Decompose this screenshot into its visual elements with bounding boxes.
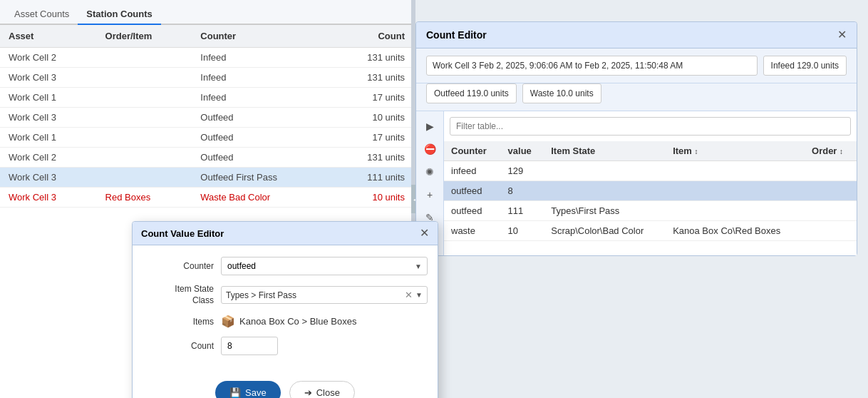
cell-asset: Work Cell 2 [0,148,97,168]
table-row[interactable]: Work Cell 1 Infeed 17 units [0,88,413,108]
table-row[interactable]: Work Cell 3 Outfeed 10 units [0,108,413,128]
count-value-editor-modal: Count Value Editor ✕ Counter outfeed inf… [132,221,438,398]
ce-cell-item-state [544,181,666,201]
close-icon: ➔ [304,387,312,398]
ce-cell-value: 111 [501,201,544,221]
order-sort-icon: ↕ [839,148,843,155]
count-editor-badge-waste: Waste 10.0 units [522,83,601,103]
cell-count: 111 units [332,168,413,188]
cell-count: 10 units [332,108,413,128]
cell-counter: Outfeed [192,148,331,168]
cell-count: 131 units [332,48,413,68]
ce-cell-item-state: Types\First Pass [544,201,666,221]
table-row[interactable]: Work Cell 3 Infeed 131 units [0,68,413,88]
cell-counter: Infeed [192,68,331,88]
count-editor-info-row2: Outfeed 119.0 units Waste 10.0 units [416,83,857,111]
tab-station-counts[interactable]: Station Counts [78,4,160,25]
cell-count: 10 units [332,188,413,208]
cell-order: Red Boxes [97,188,192,208]
table-row[interactable]: Work Cell 2 Infeed 131 units [0,48,413,68]
item-state-row: Item StateClass Types > First Pass ✕ ▼ [143,284,428,306]
count-editor-info: Work Cell 3 Feb 2, 2025, 9:06:06 AM to F… [416,49,857,83]
ce-col-counter: Counter [444,141,501,161]
cell-counter: Outfeed [192,128,331,148]
col-count: Count [332,25,413,48]
block-icon[interactable]: ⛔ [420,140,439,158]
item-state-label: Item StateClass [143,284,221,306]
table-row[interactable]: waste 10 Scrap\Color\Bad Color Kanoa Box… [444,221,857,241]
table-row[interactable]: outfeed 8 [444,181,857,201]
count-row: Count [143,337,428,355]
item-state-wrap[interactable]: Types > First Pass ✕ ▼ [221,286,428,304]
ce-cell-value: 129 [501,161,544,181]
cell-count: 131 units [332,148,413,168]
count-editor-table: Counter value Item State Item ↕ Order ↕ [444,141,857,241]
count-editor-close-button[interactable]: ✕ [837,29,847,41]
table-row[interactable]: Work Cell 3 Red Boxes Waste Bad Color 10… [0,188,413,208]
ce-cell-order [805,181,857,201]
ce-cell-item-state: Scrap\Color\Bad Color [544,221,666,241]
items-wrap: 📦 Kanoa Box Co > Blue Boxes [221,315,428,328]
ce-cell-order [805,201,857,221]
dots-icon[interactable]: ✺ [420,163,439,181]
count-editor-table-section-inner: Counter value Item State Item ↕ Order ↕ [444,111,857,255]
filter-icon[interactable]: ▶ [420,117,439,136]
cell-asset: Work Cell 1 [0,88,97,108]
cell-order [97,148,192,168]
items-icon: 📦 [221,315,235,328]
table-row[interactable]: Work Cell 3 Outfeed First Pass 111 units [0,168,413,188]
ce-col-order: Order ↕ [805,141,857,161]
cell-asset: Work Cell 3 [0,188,97,208]
close-button[interactable]: ➔ Close [289,381,355,398]
cell-order [97,168,192,188]
ce-col-value: value [501,141,544,161]
filter-row [444,111,857,141]
ce-col-item-state: Item State [544,141,666,161]
cve-close-x-button[interactable]: ✕ [420,228,429,239]
save-button[interactable]: 💾 Save [215,381,281,398]
ce-cell-value: 8 [501,181,544,201]
counter-select-wrap: outfeed infeed waste ▼ [221,257,428,275]
table-row[interactable]: infeed 129 [444,161,857,181]
ce-cell-item: Kanoa Box Co\Red Boxes [666,221,805,241]
ce-cell-counter: outfeed [444,201,501,221]
tab-asset-counts[interactable]: Asset Counts [6,4,78,25]
ce-cell-item-state [544,161,666,181]
items-row: Items 📦 Kanoa Box Co > Blue Boxes [143,315,428,328]
item-state-expand-icon[interactable]: ▼ [415,291,423,299]
table-row[interactable]: Work Cell 1 Outfeed 17 units [0,128,413,148]
table-row[interactable]: outfeed 111 Types\First Pass [444,201,857,221]
item-state-value: Types > First Pass [226,290,402,300]
col-counter: Counter [192,25,331,48]
ce-cell-item [666,161,805,181]
items-label: Items [143,317,221,327]
count-editor-info-main: Work Cell 3 Feb 2, 2025, 9:06:06 AM to F… [426,56,758,76]
save-icon: 💾 [229,387,241,398]
cell-asset: Work Cell 1 [0,128,97,148]
cell-asset: Work Cell 3 [0,108,97,128]
col-asset: Asset [0,25,97,48]
ce-col-item: Item ↕ [666,141,805,161]
cve-header: Count Value Editor ✕ [133,222,438,245]
cell-counter: Infeed [192,88,331,108]
filter-input[interactable] [450,117,851,136]
cell-counter: Waste Bad Color [192,188,331,208]
tabs: Asset Counts Station Counts [0,0,413,25]
cell-counter: Infeed [192,48,331,68]
ce-cell-item [666,201,805,221]
counter-label: Counter [143,261,221,271]
count-input[interactable] [221,337,278,355]
counter-select[interactable]: outfeed infeed waste [221,257,428,275]
cell-order [97,88,192,108]
items-value: Kanoa Box Co > Blue Boxes [239,316,356,327]
item-state-clear-icon[interactable]: ✕ [405,290,413,300]
cell-count: 17 units [332,128,413,148]
cell-asset: Work Cell 3 [0,168,97,188]
cell-count: 131 units [332,68,413,88]
ce-cell-value: 10 [501,221,544,241]
table-row[interactable]: Work Cell 2 Outfeed 131 units [0,148,413,168]
count-editor-title: Count Editor [426,29,487,41]
main-table: Asset Order/Item Counter Count Work Cell… [0,25,413,208]
count-editor-header: Count Editor ✕ [416,22,857,49]
add-icon[interactable]: + [420,185,439,204]
